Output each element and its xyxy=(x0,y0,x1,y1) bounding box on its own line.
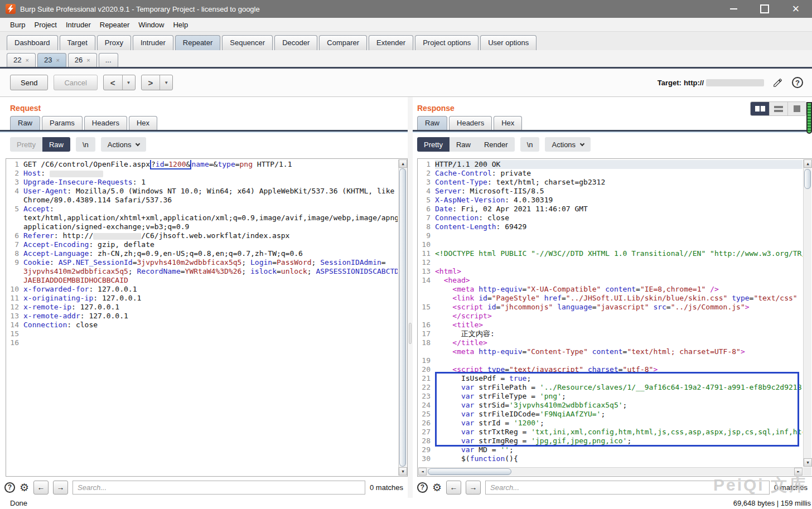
response-vertical-scrollbar[interactable]: ▲ ▼ xyxy=(803,159,811,467)
search-help-icon[interactable]: ? xyxy=(417,482,428,493)
repeater-tab-22[interactable]: 22× xyxy=(7,53,36,67)
menu-item-burp[interactable]: Burp xyxy=(6,19,30,31)
history-back-button[interactable]: <▼ xyxy=(103,75,136,90)
request-message-tab-hex[interactable]: Hex xyxy=(129,116,157,130)
search-prev-button[interactable]: ← xyxy=(446,481,461,495)
code-line: 7Accept-Encoding: gzip, deflate xyxy=(7,240,398,249)
request-vertical-scrollbar[interactable]: ▲ ▼ xyxy=(398,159,407,476)
line-number: 27 xyxy=(418,428,435,437)
menu-item-window[interactable]: Window xyxy=(134,19,168,31)
scroll-left-button[interactable]: ◄ xyxy=(418,468,427,476)
repeater-tab-more[interactable]: ... xyxy=(99,53,118,67)
code-text xyxy=(435,356,803,365)
request-editor[interactable]: 1GET /C6/control/OpenFile.aspx?id=1200&n… xyxy=(6,158,408,477)
tab-decoder[interactable]: Decoder xyxy=(274,35,317,50)
scroll-right-button[interactable]: ► xyxy=(794,468,803,476)
request-panel-title: Request xyxy=(0,97,408,115)
pretty-toggle[interactable]: Pretty xyxy=(10,137,42,152)
raw-toggle[interactable]: Raw xyxy=(42,137,70,152)
dropdown-arrow-icon[interactable]: ▼ xyxy=(123,80,135,85)
request-message-tab-params[interactable]: Params xyxy=(42,116,83,130)
tab-extender[interactable]: Extender xyxy=(369,35,413,50)
close-tab-icon[interactable]: × xyxy=(86,57,90,64)
send-button[interactable]: Send xyxy=(10,75,48,90)
code-text: User-Agent: Mozilla/5.0 (Windows NT 10.0… xyxy=(23,187,398,196)
tab-project-options[interactable]: Project options xyxy=(415,35,478,50)
request-message-tab-headers[interactable]: Headers xyxy=(84,116,127,130)
chevron-down-icon xyxy=(136,141,140,146)
search-next-button[interactable]: → xyxy=(466,481,481,495)
menu-item-project[interactable]: Project xyxy=(30,19,61,31)
close-tab-icon[interactable]: × xyxy=(25,57,28,64)
tab-user-options[interactable]: User options xyxy=(480,35,536,50)
response-horizontal-scrollbar[interactable]: ◄ ► xyxy=(418,467,803,476)
code-text: var strTxtReg = 'txt,ini,xml,config,htm,… xyxy=(435,428,803,437)
scrollbar-thumb[interactable] xyxy=(428,468,511,475)
code-line: Chrome/89.0.4389.114 Safari/537.36 xyxy=(7,196,398,205)
code-text xyxy=(23,338,398,347)
panel-divider[interactable] xyxy=(408,97,413,498)
newline-toggle[interactable]: \n xyxy=(520,137,540,152)
line-number: 5 xyxy=(7,205,23,214)
code-text: Content-Length: 69429 xyxy=(435,222,803,231)
raw-toggle[interactable]: Raw xyxy=(450,137,477,152)
menu-item-intruder[interactable]: Intruder xyxy=(61,19,95,31)
response-message-tab-hex[interactable]: Hex xyxy=(494,116,522,130)
code-text: <meta http-equiv="Content-Type" content=… xyxy=(435,347,803,356)
code-text: 3jvpvhs410m2wdbbficax5q5; RecordName=YWR… xyxy=(23,267,398,276)
scroll-up-button[interactable]: ▲ xyxy=(804,159,812,168)
line-number: 13 xyxy=(7,312,23,321)
dropdown-arrow-icon[interactable]: ▼ xyxy=(160,80,172,85)
line-number: 4 xyxy=(7,187,23,196)
layout-single-button[interactable] xyxy=(787,102,806,115)
scroll-up-button[interactable]: ▲ xyxy=(399,159,407,168)
repeater-tab-26[interactable]: 26× xyxy=(68,53,97,67)
response-message-tab-raw[interactable]: Raw xyxy=(417,116,447,130)
pretty-toggle[interactable]: Pretty xyxy=(417,137,450,152)
scroll-down-button[interactable]: ▼ xyxy=(399,467,407,476)
layout-rows-button[interactable] xyxy=(769,102,787,115)
actions-button[interactable]: Actions xyxy=(101,137,147,152)
tab-label: Comparer xyxy=(327,38,359,47)
response-editor[interactable]: 1HTTP/1.1 200 OK2Cache-Control: private3… xyxy=(417,158,812,477)
tab-repeater[interactable]: Repeater xyxy=(175,35,220,50)
search-next-button[interactable]: → xyxy=(53,481,68,495)
scroll-down-button[interactable]: ▼ xyxy=(804,458,812,467)
tab-sequencer[interactable]: Sequencer xyxy=(222,35,273,50)
menu-item-help[interactable]: Help xyxy=(168,19,192,31)
tab-intruder[interactable]: Intruder xyxy=(133,35,173,50)
cancel-button[interactable]: Cancel xyxy=(54,75,97,90)
close-tab-icon[interactable]: × xyxy=(56,57,59,64)
layout-columns-button[interactable] xyxy=(751,102,769,115)
actions-button[interactable]: Actions xyxy=(545,137,591,152)
response-message-tab-headers[interactable]: Headers xyxy=(449,116,492,130)
search-settings-gear-icon[interactable]: ⚙ xyxy=(432,482,442,493)
tab-label: Extender xyxy=(376,38,405,47)
maximize-button[interactable] xyxy=(758,3,771,15)
search-help-icon[interactable]: ? xyxy=(4,482,15,493)
tab-target[interactable]: Target xyxy=(60,35,95,50)
close-button[interactable]: × xyxy=(790,3,802,15)
code-line: 11<!DOCTYPE html PUBLIC "-//W3C//DTD XHT… xyxy=(418,249,803,258)
history-forward-button[interactable]: >▼ xyxy=(141,75,173,90)
minimize-button[interactable] xyxy=(727,3,740,15)
help-icon[interactable]: ? xyxy=(791,76,804,89)
request-message-tab-raw[interactable]: Raw xyxy=(10,116,40,130)
render-toggle[interactable]: Render xyxy=(477,137,515,152)
line-number: 16 xyxy=(418,321,435,329)
divider-handle[interactable] xyxy=(409,323,412,344)
tab-proxy[interactable]: Proxy xyxy=(97,35,131,50)
line-number: 21 xyxy=(418,374,435,383)
search-settings-gear-icon[interactable]: ⚙ xyxy=(20,482,29,493)
response-search-input[interactable] xyxy=(485,481,770,495)
tab-comparer[interactable]: Comparer xyxy=(319,35,367,50)
scrollbar-thumb[interactable] xyxy=(399,168,406,467)
scrollbar-thumb[interactable] xyxy=(804,169,811,189)
search-prev-button[interactable]: ← xyxy=(33,481,49,495)
repeater-tab-23[interactable]: 23× xyxy=(37,53,66,67)
request-search-input[interactable] xyxy=(72,481,365,495)
menu-item-repeater[interactable]: Repeater xyxy=(95,19,134,31)
edit-target-button[interactable] xyxy=(771,76,784,89)
tab-dashboard[interactable]: Dashboard xyxy=(7,35,58,50)
newline-toggle[interactable]: \n xyxy=(76,137,95,152)
